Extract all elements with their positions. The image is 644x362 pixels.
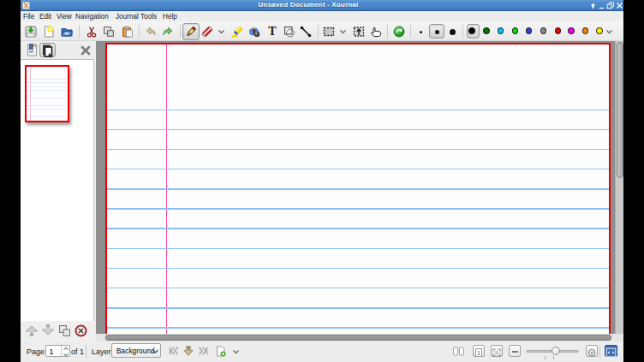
svg-text:1: 1 xyxy=(477,350,480,356)
